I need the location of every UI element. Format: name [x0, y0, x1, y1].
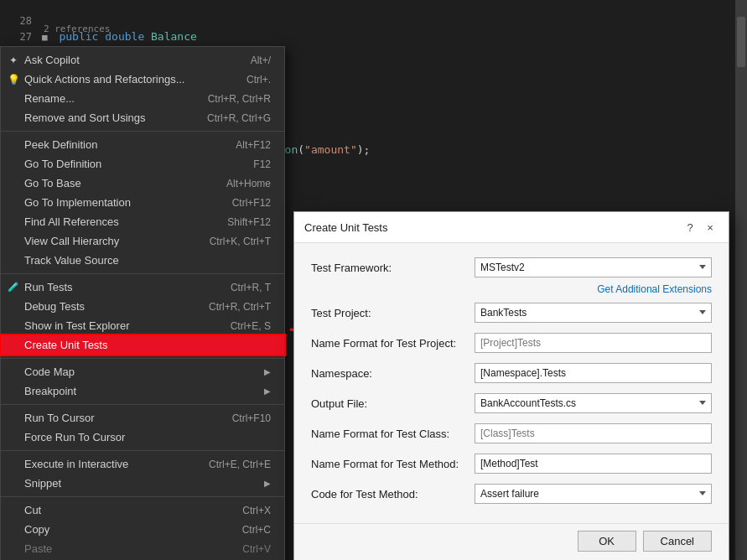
- scrollbar-thumb[interactable]: [737, 17, 745, 67]
- separator: [1, 404, 284, 405]
- menu-shortcut: Ctrl+X: [242, 505, 271, 516]
- menu-item-debug-tests[interactable]: Debug Tests Ctrl+R, Ctrl+T: [1, 297, 284, 316]
- menu-item-run-tests[interactable]: 🧪 Run Tests Ctrl+R, T: [1, 277, 284, 297]
- menu-item-execute-interactive[interactable]: Execute in Interactive Ctrl+E, Ctrl+E: [1, 454, 284, 474]
- menu-item-snippet[interactable]: Snippet ▶: [1, 474, 284, 493]
- dialog-help-button[interactable]: ?: [682, 219, 698, 236]
- field-label-namespace: Namespace:: [311, 367, 475, 380]
- separator: [1, 450, 284, 451]
- submenu-arrow-icon: ▶: [264, 386, 271, 396]
- menu-label: Debug Tests: [24, 300, 85, 313]
- output-file-select[interactable]: BankAccountTests.cs: [475, 393, 712, 413]
- field-control-test-project: BankTests: [475, 303, 712, 323]
- menu-item-rename[interactable]: Rename... Ctrl+R, Ctrl+R: [1, 89, 284, 108]
- menu-item-quick-actions[interactable]: 💡 Quick Actions and Refactorings... Ctrl…: [1, 70, 284, 89]
- menu-label: Copy: [24, 523, 49, 536]
- menu-label: Paste: [24, 542, 52, 555]
- code-for-method-select[interactable]: Assert failure: [475, 484, 712, 504]
- name-format-project-input[interactable]: [475, 333, 712, 353]
- menu-shortcut: Shift+F12: [227, 216, 271, 228]
- menu-item-copy[interactable]: Copy Ctrl+C: [1, 520, 284, 539]
- menu-shortcut: Alt+/: [251, 54, 271, 66]
- menu-shortcut: Ctrl+V: [242, 543, 271, 555]
- menu-item-find-refs[interactable]: Find All References Shift+F12: [1, 212, 284, 231]
- field-test-project: Test Project: BankTests: [311, 302, 712, 324]
- separator: [1, 273, 284, 274]
- menu-label: Rename...: [24, 92, 75, 105]
- menu-item-go-to-base[interactable]: Go To Base Alt+Home: [1, 174, 284, 193]
- menu-item-view-call-hier[interactable]: View Call Hierarchy Ctrl+K, Ctrl+T: [1, 231, 284, 251]
- menu-shortcut: Ctrl+R, Ctrl+T: [209, 301, 271, 313]
- field-name-format-method: Name Format for Test Method:: [311, 453, 712, 474]
- menu-label: Peek Definition: [24, 138, 97, 151]
- submenu-arrow-icon: ▶: [264, 367, 271, 376]
- field-label-output-file: Output File:: [311, 397, 475, 410]
- dialog-titlebar: Create Unit Tests ? ×: [294, 212, 729, 243]
- submenu-arrow-icon: ▶: [264, 479, 271, 488]
- field-label-test-framework: Test Framework:: [311, 262, 475, 274]
- copilot-icon: ✦: [6, 54, 21, 66]
- menu-item-show-test-explorer[interactable]: Show in Test Explorer Ctrl+E, S: [1, 316, 284, 335]
- menu-item-go-to-def[interactable]: Go To Definition F12: [1, 154, 284, 174]
- menu-label: Run To Cursor: [24, 412, 95, 424]
- namespace-input[interactable]: [475, 363, 712, 383]
- dialog-controls: ? ×: [682, 219, 718, 236]
- menu-item-force-run-cursor[interactable]: Force Run To Cursor: [1, 428, 284, 447]
- menu-label: Go To Implementation: [24, 196, 131, 209]
- menu-label: Show in Test Explorer: [24, 319, 130, 332]
- separator: [1, 496, 284, 497]
- menu-shortcut: Ctrl+R, T: [231, 282, 271, 293]
- create-unit-tests-dialog: Create Unit Tests ? × Test Framework: MS…: [293, 211, 729, 560]
- menu-shortcut: Ctrl+K, Ctrl+T: [210, 236, 271, 247]
- menu-label: Code Map: [24, 366, 75, 378]
- menu-label: Run Tests: [24, 281, 73, 293]
- get-extensions-link[interactable]: Get Additional Extensions: [311, 283, 712, 295]
- menu-shortcut: F12: [253, 158, 271, 170]
- menu-shortcut: Ctrl+F10: [232, 412, 271, 424]
- field-control-code-for-method: Assert failure: [475, 484, 712, 504]
- menu-shortcut: Ctrl+F12: [232, 197, 271, 209]
- field-label-code-for-method: Code for Test Method:: [311, 488, 475, 500]
- test-project-select[interactable]: BankTests: [475, 303, 712, 323]
- scrollbar-track[interactable]: [735, 0, 747, 560]
- menu-item-cut[interactable]: Cut Ctrl+X: [1, 500, 284, 520]
- menu-item-breakpoint[interactable]: Breakpoint ▶: [1, 381, 284, 401]
- menu-item-peek-def[interactable]: Peek Definition Alt+F12: [1, 135, 284, 154]
- menu-label: Quick Actions and Refactorings...: [24, 73, 184, 86]
- dialog-close-button[interactable]: ×: [702, 219, 718, 236]
- dialog-footer: OK Cancel: [294, 523, 729, 560]
- field-control-test-framework: MSTestv2 NUnit xUnit: [475, 257, 712, 277]
- menu-item-track-value[interactable]: Track Value Source: [1, 251, 284, 270]
- lightbulb-icon: 💡: [6, 74, 21, 86]
- get-extensions-row: Get Additional Extensions: [311, 283, 712, 295]
- separator: [1, 358, 284, 359]
- menu-item-go-to-impl[interactable]: Go To Implementation Ctrl+F12: [1, 193, 284, 212]
- menu-item-run-cursor[interactable]: Run To Cursor Ctrl+F10: [1, 408, 284, 428]
- field-label-name-format-project: Name Format for Test Project:: [311, 337, 475, 350]
- menu-label: Force Run To Cursor: [24, 431, 125, 443]
- field-name-format-project: Name Format for Test Project:: [311, 332, 712, 354]
- ok-button[interactable]: OK: [578, 531, 636, 552]
- separator: [1, 131, 284, 132]
- name-format-method-input[interactable]: [475, 454, 712, 474]
- test-framework-select[interactable]: MSTestv2 NUnit xUnit: [475, 257, 712, 277]
- menu-label: Breakpoint: [24, 385, 76, 397]
- name-format-class-input[interactable]: [475, 423, 712, 443]
- menu-label: Track Value Source: [24, 254, 119, 267]
- menu-shortcut: Ctrl+R, Ctrl+G: [207, 112, 271, 124]
- field-control-name-format-project: [475, 333, 712, 353]
- field-name-format-class: Name Format for Test Class:: [311, 423, 712, 444]
- menu-item-paste[interactable]: Paste Ctrl+V: [1, 539, 284, 558]
- menu-label: Go To Base: [24, 177, 81, 189]
- menu-shortcut: Ctrl+C: [242, 524, 271, 536]
- field-test-framework: Test Framework: MSTestv2 NUnit xUnit: [311, 257, 712, 278]
- cancel-button[interactable]: Cancel: [643, 531, 712, 552]
- menu-item-create-unit-tests[interactable]: Create Unit Tests: [1, 335, 284, 355]
- menu-label: Ask Copilot: [24, 54, 80, 66]
- menu-label: Execute in Interactive: [24, 458, 128, 470]
- menu-item-ask-copilot[interactable]: ✦ Ask Copilot Alt+/: [1, 50, 284, 70]
- menu-item-remove-sort[interactable]: Remove and Sort Usings Ctrl+R, Ctrl+G: [1, 108, 284, 127]
- field-control-namespace: [475, 363, 712, 383]
- menu-item-code-map[interactable]: Code Map ▶: [1, 362, 284, 381]
- menu-label: Go To Definition: [24, 158, 101, 170]
